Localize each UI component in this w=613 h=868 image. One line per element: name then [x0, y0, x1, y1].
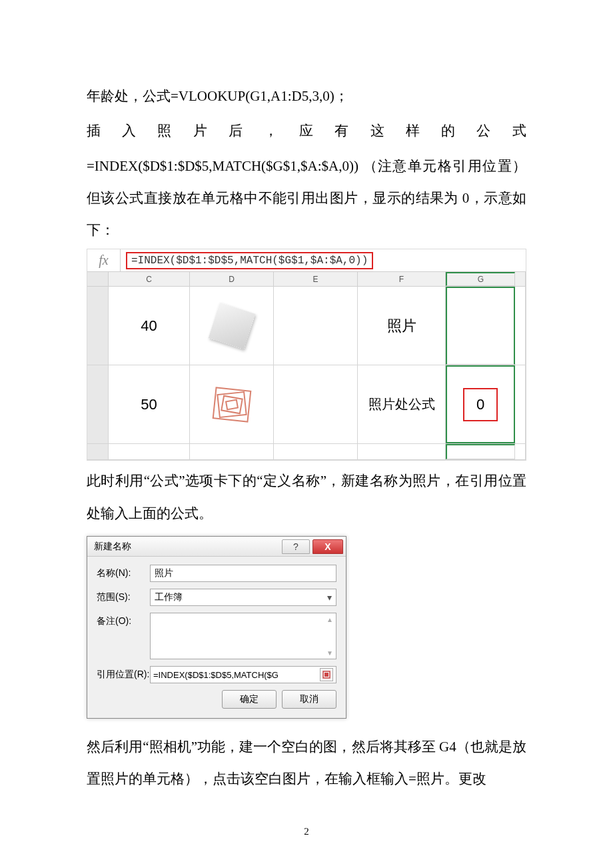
text: 年龄处，公式 — [87, 88, 171, 104]
paragraph-age-formula: 年龄处，公式=VLOOKUP(G1,A1:D5,3,0)； — [87, 80, 526, 112]
cell — [274, 444, 358, 459]
formula-text: =INDEX($D$1:$D$5,MATCH($G$1,$A:$A,0)) — [87, 158, 358, 174]
cell-c2: 50 — [109, 365, 190, 443]
paragraph-insert-photo: 插入照片后，应有这样的公式 — [87, 115, 526, 147]
row-header — [87, 365, 109, 443]
cancel-button[interactable]: 取消 — [282, 690, 336, 709]
svg-rect-1 — [324, 673, 328, 677]
corner-cell — [87, 272, 109, 286]
text: 然后利用“照相机”功能，建一个空白的图，然后将其移至 — [87, 739, 439, 755]
cell-g2: 0 — [446, 365, 515, 443]
row-header — [87, 287, 109, 365]
col-header-d: D — [190, 272, 274, 286]
reference-label: 引用位置(R): — [97, 666, 150, 681]
cell-rest — [515, 365, 526, 443]
dialog-titlebar: 新建名称 ? X — [87, 537, 346, 557]
table-row — [87, 444, 526, 460]
comment-textarea[interactable]: ▲ ▼ — [150, 613, 336, 659]
cell-ref: G4 — [439, 739, 456, 755]
cell-e2 — [274, 365, 358, 443]
dialog-body: 名称(N): 照片 范围(S): 工作簿 备注(O): ▲ ▼ 引用位置(R): — [87, 557, 346, 718]
cube-icon — [208, 303, 255, 350]
scope-label: 范围(S): — [97, 589, 150, 603]
dialog-title: 新建名称 — [94, 541, 282, 553]
cell-e1 — [274, 287, 358, 365]
col-header-e: E — [274, 272, 358, 286]
dialog-row-scope: 范围(S): 工作簿 — [97, 589, 336, 606]
table-row: 50 照片处公式 0 — [87, 365, 526, 444]
formula-text: =VLOOKUP(G1,A1:D5,3,0) — [171, 88, 334, 104]
dialog-actions: 确定 取消 — [97, 690, 336, 709]
help-button[interactable]: ? — [282, 539, 310, 554]
cell-d2 — [190, 365, 274, 443]
paragraph-index-formula: =INDEX($D$1:$D$5,MATCH($G$1,$A:$A,0)) （注… — [87, 150, 526, 247]
dialog-row-name: 名称(N): 照片 — [97, 565, 336, 582]
cell-g1 — [446, 287, 515, 365]
cell — [358, 444, 446, 459]
result-zero: 0 — [463, 388, 498, 421]
cell — [446, 444, 515, 459]
cell-rest — [515, 287, 526, 365]
ok-button[interactable]: 确定 — [222, 690, 277, 709]
cell-f2: 照片处公式 — [358, 365, 446, 443]
paragraph-camera: 然后利用“照相机”功能，建一个空白的图，然后将其移至 G4（也就是放置照片的单元… — [87, 731, 526, 795]
spiral-icon — [212, 387, 252, 423]
scroll-up-icon: ▲ — [325, 615, 334, 624]
formula-highlight: =INDEX($D$1:$D$5,MATCH($G$1,$A:$A,0)) — [126, 252, 373, 269]
table-row: 40 照片 — [87, 287, 526, 365]
new-name-dialog: 新建名称 ? X 名称(N): 照片 范围(S): 工作簿 备注(O): ▲ ▼ — [87, 536, 346, 719]
scope-select[interactable]: 工作簿 — [150, 589, 336, 606]
comment-label: 备注(O): — [97, 613, 150, 627]
close-button[interactable]: X — [312, 539, 343, 554]
cell-d1 — [190, 287, 274, 365]
paragraph-define-name: 此时利用“公式”选项卡下的“定义名称”，新建名称为照片，在引用位置处输入上面的公… — [87, 465, 526, 529]
name-input[interactable]: 照片 — [150, 565, 336, 582]
cell — [515, 444, 526, 459]
row-header — [87, 444, 109, 459]
col-header-g: G — [446, 272, 515, 286]
formula-bar: fx =INDEX($D$1:$D$5,MATCH($G$1,$A:$A,0)) — [87, 249, 526, 272]
col-header-rest — [515, 272, 526, 286]
text: 此时利用“公式”选项卡下的“定义名称”，新建名称为照片，在引用位置处输入上面的公… — [87, 473, 526, 521]
col-header-f: F — [358, 272, 446, 286]
excel-screenshot: fx =INDEX($D$1:$D$5,MATCH($G$1,$A:$A,0))… — [87, 249, 526, 461]
reference-input[interactable]: =INDEX($D$1:$D$5,MATCH($G — [150, 666, 336, 683]
cell-c1: 40 — [109, 287, 190, 365]
dialog-row-reference: 引用位置(R): =INDEX($D$1:$D$5,MATCH($G — [97, 666, 336, 683]
text: 插入照片后，应有这样的公式 — [87, 123, 526, 139]
dialog-row-comment: 备注(O): ▲ ▼ — [97, 613, 336, 659]
text: ； — [334, 88, 348, 104]
range-picker-icon — [322, 671, 330, 679]
cell — [190, 444, 274, 459]
fx-icon: fx — [87, 249, 121, 271]
col-header-c: C — [109, 272, 190, 286]
cell — [109, 444, 190, 459]
scroll-down-icon: ▼ — [325, 648, 334, 657]
formula-bar-content: =INDEX($D$1:$D$5,MATCH($G$1,$A:$A,0)) — [121, 249, 526, 271]
page-number: 2 — [0, 826, 613, 837]
dialog-screenshot: 新建名称 ? X 名称(N): 照片 范围(S): 工作簿 备注(O): ▲ ▼ — [87, 536, 346, 719]
range-picker-button[interactable] — [320, 668, 333, 681]
cell-f1: 照片 — [358, 287, 446, 365]
column-headers: C D E F G — [87, 272, 526, 287]
reference-value: =INDEX($D$1:$D$5,MATCH($G — [153, 670, 317, 680]
name-label: 名称(N): — [97, 565, 150, 579]
